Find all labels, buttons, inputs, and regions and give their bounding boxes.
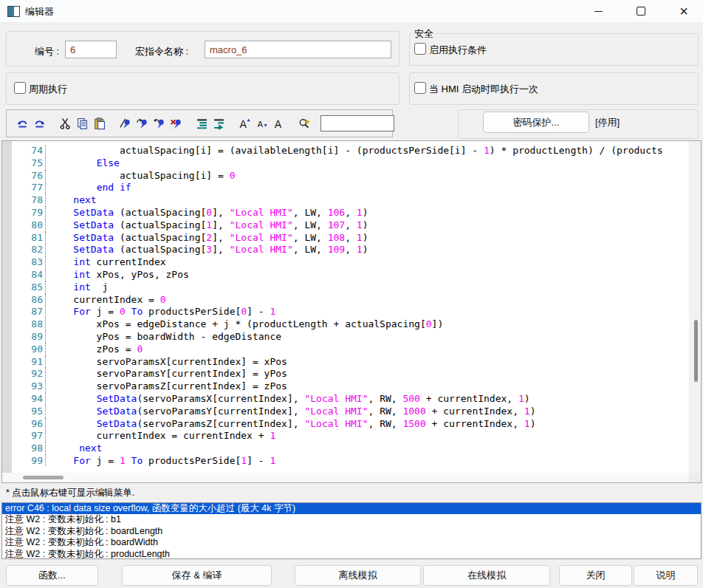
code-line[interactable]: 94 SetData(servoParamsX[currentIndex], "… — [2, 393, 687, 406]
password-protect-button[interactable]: 密码保护... — [483, 112, 589, 133]
outdent-icon[interactable] — [212, 117, 226, 131]
indent-icon[interactable] — [195, 117, 209, 131]
compile-warning-row[interactable]: 注意 W2 : 变数未初始化 : productLength — [2, 549, 701, 559]
macro-id-input[interactable] — [65, 41, 117, 58]
horizontal-scrollbar-thumb[interactable] — [23, 476, 64, 479]
code-line[interactable]: 90 zPos = 0 — [2, 343, 687, 356]
code-editor[interactable]: 74 actualSpacing[i] = (availableLength[i… — [1, 140, 702, 483]
undo-icon[interactable] — [16, 117, 30, 131]
bookmark-prev-icon[interactable] — [152, 117, 166, 131]
code-line[interactable]: 87 For j = 0 To productsPerSide[0] - 1 — [2, 306, 687, 318]
line-number: 93 — [2, 380, 43, 393]
code-line[interactable]: 81 SetData (actualSpacing[2], "Local HMI… — [2, 232, 687, 245]
maximize-button[interactable] — [624, 0, 658, 22]
code-line[interactable]: 74 actualSpacing[i] = (availableLength[i… — [2, 145, 687, 157]
horizontal-scrollbar[interactable] — [2, 473, 689, 482]
line-number: 97 — [2, 430, 43, 442]
redo-icon[interactable] — [32, 117, 47, 131]
offline-sim-button[interactable]: 离线模拟 — [295, 565, 421, 586]
code-text: SetData(servoParamsY[currentIndex], "Loc… — [45, 406, 536, 418]
security-group-legend: 安全 — [412, 27, 436, 41]
close-button[interactable]: 关闭 — [559, 565, 632, 586]
font-decrease-icon[interactable]: A — [255, 117, 269, 131]
code-line[interactable]: 75 Else — [2, 157, 687, 170]
code-lines: 74 actualSpacing[i] = (availableLength[i… — [2, 145, 687, 466]
search-input[interactable] — [320, 115, 394, 131]
bookmark-clear-icon[interactable] — [169, 117, 183, 131]
bookmark-next-icon[interactable] — [135, 117, 149, 131]
vertical-scrollbar-thumb[interactable] — [694, 320, 698, 382]
code-line[interactable]: 91 servoParamsX[currentIndex] = xPos — [2, 356, 687, 369]
code-text: servoParamsX[currentIndex] = xPos — [45, 356, 287, 369]
compile-warning-row[interactable]: 注意 W2 : 变数未初始化 : boardWidth — [2, 537, 701, 548]
code-line[interactable]: 76 actualSpacing[i] = 0 — [2, 170, 687, 182]
help-button[interactable]: 说明 — [634, 565, 698, 586]
maximize-icon — [637, 7, 645, 16]
enable-condition-label: 启用执行条件 — [429, 44, 487, 57]
function-button[interactable]: 函数... — [6, 565, 98, 586]
cut-icon[interactable] — [58, 117, 72, 131]
code-line[interactable]: 86 currentIndex = 0 — [2, 294, 687, 307]
code-text: servoParamsZ[currentIndex] = zPos — [45, 380, 287, 393]
code-text: SetData (actualSpacing[1], "Local HMI", … — [45, 219, 368, 232]
code-line[interactable]: 93 servoParamsZ[currentIndex] = zPos — [2, 380, 687, 393]
run-on-startup-checkbox[interactable] — [414, 82, 426, 94]
compile-warning-row[interactable]: 注意 W2 : 变数未初始化 : b1 — [2, 514, 701, 525]
periodic-label: 周期执行 — [29, 83, 67, 96]
online-sim-button[interactable]: 在线模拟 — [423, 565, 550, 586]
code-text: For j = 0 To productsPerSide[0] - 1 — [45, 306, 275, 318]
code-text: SetData (actualSpacing[0], "Local HMI", … — [45, 207, 368, 219]
code-line[interactable]: 85 int j — [2, 281, 687, 294]
code-line[interactable]: 88 xPos = edgeDistance + j * (productLen… — [2, 318, 687, 331]
code-line[interactable]: 84 int xPos, yPos, zPos — [2, 269, 687, 281]
line-number: 87 — [2, 306, 43, 318]
code-line[interactable]: 99 For j = 1 To productsPerSide[1] - 1 — [2, 455, 687, 466]
code-line[interactable]: 89 yPos = boardWidth - edgeDistance — [2, 331, 687, 343]
code-line[interactable]: 98 next — [2, 442, 687, 455]
code-line[interactable]: 96 SetData(servoParamsZ[currentIndex], "… — [2, 418, 687, 431]
compile-error-row-selected[interactable]: error C46 : local data size overflow, 函数… — [2, 503, 701, 514]
line-number: 78 — [2, 194, 43, 207]
font-increase-icon[interactable]: A — [238, 117, 252, 131]
minimize-button[interactable] — [581, 0, 615, 22]
paste-icon[interactable] — [92, 117, 106, 131]
code-line[interactable]: 92 servoParamsY[currentIndex] = yPos — [2, 368, 687, 380]
code-line[interactable]: 95 SetData(servoParamsY[currentIndex], "… — [2, 406, 687, 418]
macro-editor-window: 编辑器 × 编号 : 宏指令名称 : 安全 启用执行条件 周期执行 当 HMI … — [0, 0, 703, 588]
line-number: 81 — [2, 232, 43, 245]
compile-warning-row[interactable]: 注意 W2 : 变数未初始化 : boardLength — [2, 526, 701, 537]
code-line[interactable]: 80 SetData (actualSpacing[1], "Local HMI… — [2, 219, 687, 232]
macro-name-input[interactable] — [205, 41, 391, 58]
bookmark-toggle-icon[interactable] — [118, 117, 132, 131]
code-text: SetData(servoParamsX[currentIndex], "Loc… — [45, 393, 530, 406]
code-line[interactable]: 79 SetData (actualSpacing[0], "Local HMI… — [2, 207, 687, 219]
copy-icon[interactable] — [75, 117, 89, 131]
code-line[interactable]: 77 end if — [2, 182, 687, 194]
code-line[interactable]: 83 int currentIndex — [2, 256, 687, 269]
code-line[interactable]: 82 SetData (actualSpacing[3], "Local HMI… — [2, 244, 687, 256]
save-compile-button[interactable]: 保存 & 编译 — [122, 565, 272, 586]
toolbar-icons: AAA — [16, 117, 315, 131]
svg-text:A: A — [275, 117, 282, 129]
vertical-scrollbar[interactable] — [689, 141, 701, 473]
code-line[interactable]: 97 currentIndex = currentIndex + 1 — [2, 430, 687, 442]
code-line[interactable]: 78 next — [2, 194, 687, 207]
scrollbar-corner — [689, 473, 701, 482]
compile-message-list[interactable]: error C46 : local data size overflow, 函数… — [1, 502, 702, 559]
line-number: 84 — [2, 269, 43, 281]
line-number: 85 — [2, 281, 43, 294]
code-text: yPos = boardWidth - edgeDistance — [45, 331, 281, 343]
enable-condition-checkbox[interactable] — [414, 43, 426, 55]
line-number: 98 — [2, 442, 43, 455]
font-icon[interactable]: A — [272, 117, 286, 131]
periodic-checkbox[interactable] — [14, 82, 26, 94]
code-text: SetData (actualSpacing[3], "Local HMI", … — [45, 244, 368, 256]
line-number: 79 — [2, 207, 43, 219]
app-icon — [7, 6, 20, 17]
line-number: 96 — [2, 418, 43, 431]
line-number: 75 — [2, 157, 43, 170]
svg-text:A: A — [258, 120, 264, 129]
close-window-button[interactable]: × — [667, 0, 701, 22]
code-text: int currentIndex — [45, 256, 166, 269]
find-replace-icon[interactable] — [298, 117, 312, 131]
